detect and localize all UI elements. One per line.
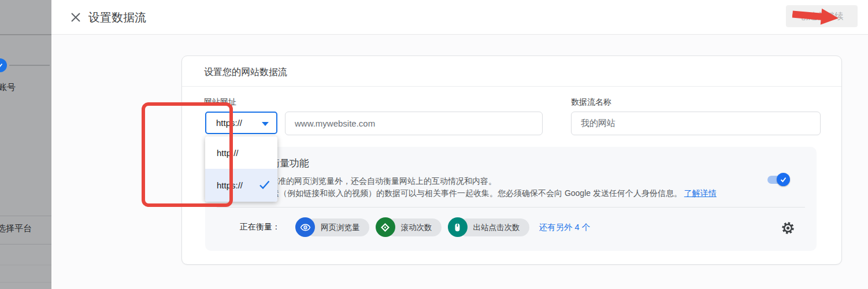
dimmed-background: 账号 选择平台 bbox=[0, 0, 51, 289]
enhanced-measurement-panel: 增强衡量功能 标准的网页浏览量外，还会自动衡量网站上的互动情况和内容。 内元素（… bbox=[205, 147, 817, 251]
setup-data-stream-screen: 账号 选择平台 设置数据流 创建并继续 设置您的网站数据流 网站网址 https… bbox=[0, 0, 868, 289]
mouse-icon bbox=[448, 217, 468, 237]
check-icon bbox=[259, 180, 270, 190]
protocol-select[interactable]: https:// bbox=[205, 112, 277, 134]
stream-name-input[interactable] bbox=[571, 112, 821, 135]
card-title: 设置您的网站数据流 bbox=[204, 66, 287, 79]
chip-scrolls: 滚动次数 bbox=[376, 217, 442, 237]
scroll-icon bbox=[376, 217, 395, 237]
chip-outbound-clicks: 出站点击次数 bbox=[448, 217, 529, 237]
gear-icon[interactable] bbox=[780, 220, 796, 236]
dropdown-option-http[interactable]: http:// bbox=[205, 136, 277, 169]
more-events-link[interactable]: 还有另外 4 个 bbox=[539, 222, 591, 233]
close-icon[interactable] bbox=[69, 10, 83, 24]
modal-header: 设置数据流 创建并继续 bbox=[51, 0, 868, 35]
protocol-selected-value: https:// bbox=[216, 118, 242, 128]
background-divider bbox=[0, 34, 51, 35]
stream-name-label: 数据流名称 bbox=[571, 97, 611, 108]
stepper-connector bbox=[9, 65, 50, 66]
measuring-row: 正在衡量： 网页浏览量 bbox=[240, 217, 590, 238]
enhanced-description-line2: 内元素（例如链接和嵌入的视频）的数据可以与相关事件一起收集。您必须确保不会向 G… bbox=[255, 188, 717, 199]
chip-label: 出站点击次数 bbox=[458, 218, 529, 236]
background-divider bbox=[0, 216, 51, 216]
dropdown-option-https[interactable]: https:// bbox=[205, 169, 277, 202]
option-label: http:// bbox=[217, 148, 239, 158]
enhanced-measurement-toggle[interactable] bbox=[767, 173, 793, 187]
step-check-icon bbox=[0, 58, 7, 72]
background-divider bbox=[0, 265, 51, 265]
step-label-account: 账号 bbox=[0, 82, 16, 93]
enhanced-description-text: 内元素（例如链接和嵌入的视频）的数据可以与相关事件一起收集。您必须确保不会向 G… bbox=[255, 188, 682, 198]
card-divider bbox=[182, 86, 841, 87]
background-divider bbox=[0, 282, 51, 283]
learn-more-link[interactable]: 了解详情 bbox=[684, 188, 717, 198]
option-label: https:// bbox=[217, 180, 243, 190]
website-url-label: 网站网址 bbox=[204, 97, 236, 108]
step-label-platform: 选择平台 bbox=[0, 223, 32, 234]
page-title: 设置数据流 bbox=[88, 10, 146, 25]
data-stream-modal: 设置数据流 创建并继续 设置您的网站数据流 网站网址 https:// 数据流名… bbox=[51, 0, 868, 289]
enhanced-description-line1: 标准的网页浏览量外，还会自动衡量网站上的互动情况和内容。 bbox=[270, 176, 496, 187]
background-divider bbox=[0, 244, 51, 244]
toggle-check-icon bbox=[777, 173, 790, 186]
eye-icon bbox=[295, 217, 315, 237]
website-url-input[interactable] bbox=[285, 112, 543, 135]
chevron-down-icon bbox=[262, 122, 269, 126]
panel-divider bbox=[217, 207, 805, 208]
chip-page-views: 网页浏览量 bbox=[295, 217, 369, 237]
measuring-label: 正在衡量： bbox=[240, 222, 280, 232]
website-stream-card: 设置您的网站数据流 网站网址 https:// 数据流名称 增强衡量功能 标准的… bbox=[181, 55, 842, 265]
protocol-dropdown-menu: http:// https:// bbox=[205, 136, 277, 202]
